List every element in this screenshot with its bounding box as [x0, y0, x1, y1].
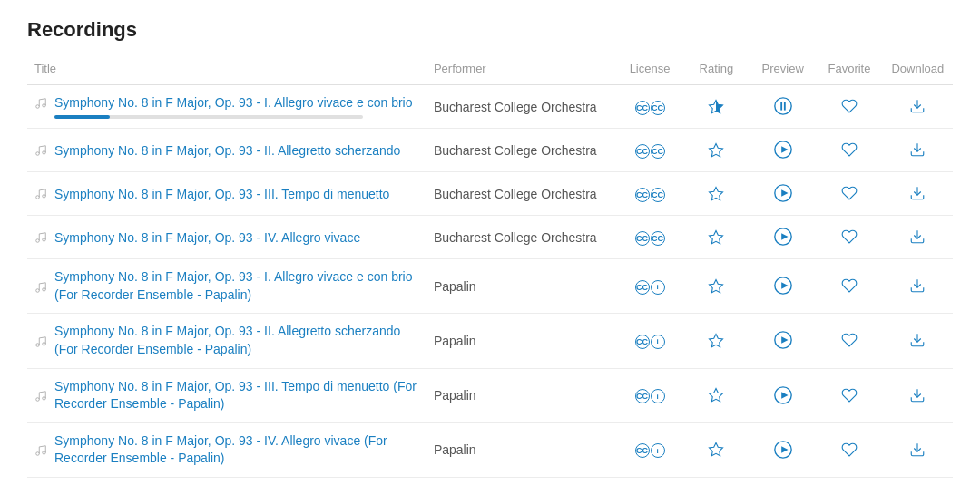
svg-marker-24	[781, 234, 788, 240]
download-column[interactable]	[883, 216, 953, 259]
favorite-button[interactable]	[839, 140, 859, 160]
title-text: Symphony No. 8 in F Major, Op. 93 - II. …	[54, 323, 419, 358]
performer-column: Papalin	[426, 259, 616, 314]
preview-column[interactable]	[750, 129, 816, 172]
favorite-button[interactable]	[839, 227, 859, 247]
play-button[interactable]	[771, 274, 795, 297]
rating-column[interactable]	[683, 368, 750, 422]
page-title: Recordings	[27, 18, 953, 42]
favorite-column[interactable]	[816, 85, 882, 129]
music-icon	[34, 95, 47, 110]
rating-column[interactable]	[683, 129, 750, 172]
svg-point-45	[43, 451, 46, 455]
cc-circle-1: CC	[635, 188, 650, 202]
preview-column[interactable]	[750, 259, 816, 314]
col-header-performer: Performer	[426, 56, 616, 85]
pause-button[interactable]	[771, 94, 795, 118]
download-column[interactable]	[883, 259, 953, 314]
title-cell: Symphony No. 8 in F Major, Op. 93 - III.…	[34, 186, 419, 202]
rating-column[interactable]	[683, 85, 750, 129]
favorite-column[interactable]	[816, 422, 882, 477]
play-icon	[773, 140, 793, 160]
favorite-button[interactable]	[839, 385, 859, 405]
favorite-button[interactable]	[839, 330, 859, 350]
title-column: Symphony No. 8 in F Major, Op. 93 - III.…	[27, 368, 426, 422]
svg-marker-10	[710, 143, 723, 156]
favorite-column[interactable]	[816, 129, 882, 172]
rating-column[interactable]	[683, 172, 750, 216]
download-column[interactable]	[883, 129, 953, 172]
svg-marker-34	[710, 335, 723, 347]
play-button[interactable]	[771, 328, 795, 352]
favorite-button[interactable]	[839, 183, 859, 203]
performer-column: Papalin	[426, 422, 616, 477]
cc-circle-1: CC	[635, 101, 650, 115]
download-button[interactable]	[907, 227, 927, 247]
music-note-icon	[34, 335, 47, 348]
music-note-icon	[34, 281, 47, 294]
download-column[interactable]	[883, 368, 953, 422]
preview-column[interactable]	[750, 216, 816, 259]
download-icon	[909, 442, 926, 458]
play-button[interactable]	[771, 383, 795, 407]
svg-point-0	[36, 105, 40, 109]
download-button[interactable]	[907, 276, 927, 296]
download-button[interactable]	[907, 330, 927, 350]
download-button[interactable]	[907, 385, 927, 405]
performer-column: Bucharest College Orchestra	[426, 129, 616, 172]
table-row: Symphony No. 8 in F Major, Op. 93 - IV. …	[27, 216, 953, 259]
license-cc-icon: CC CC	[635, 144, 665, 159]
favorite-column[interactable]	[816, 368, 882, 422]
preview-column[interactable]	[750, 368, 816, 422]
heart-icon	[841, 387, 858, 403]
play-button[interactable]	[771, 225, 795, 248]
rating-column[interactable]	[683, 216, 750, 259]
star-empty-icon	[708, 278, 724, 295]
svg-marker-40	[710, 389, 723, 402]
preview-column[interactable]	[750, 314, 816, 368]
download-column[interactable]	[883, 172, 953, 216]
play-icon	[773, 276, 793, 296]
rating-column[interactable]	[683, 314, 750, 368]
license-cc-info-icon: CC i	[635, 443, 665, 458]
cc-info-circle: i	[651, 443, 665, 458]
play-button[interactable]	[771, 438, 795, 461]
favorite-column[interactable]	[816, 216, 882, 259]
preview-column[interactable]	[750, 172, 816, 216]
preview-column[interactable]	[750, 85, 816, 129]
download-button[interactable]	[907, 140, 927, 160]
favorite-button[interactable]	[839, 276, 859, 296]
svg-point-38	[36, 398, 40, 402]
download-column[interactable]	[883, 314, 953, 368]
heart-icon	[841, 332, 858, 348]
favorite-column[interactable]	[816, 314, 882, 368]
cc-circle-1: CC	[635, 335, 650, 349]
download-icon	[909, 141, 926, 158]
svg-marker-18	[781, 190, 788, 197]
license-cc-icon: CC CC	[635, 231, 665, 246]
license-column: CC CC	[616, 172, 682, 216]
download-button[interactable]	[907, 440, 927, 460]
svg-point-33	[43, 342, 46, 345]
heart-icon	[841, 98, 858, 114]
play-button[interactable]	[771, 181, 795, 205]
performer-column: Papalin	[426, 368, 616, 422]
cc-circle-2: CC	[651, 188, 665, 202]
download-column[interactable]	[883, 85, 953, 129]
play-button[interactable]	[771, 138, 795, 161]
favorite-button[interactable]	[839, 96, 859, 116]
favorite-column[interactable]	[816, 172, 882, 216]
title-text: Symphony No. 8 in F Major, Op. 93 - IV. …	[54, 229, 360, 246]
rating-column[interactable]	[683, 259, 750, 314]
music-note-icon	[34, 188, 47, 200]
download-button[interactable]	[907, 183, 927, 203]
col-header-favorite: Favorite	[816, 56, 882, 85]
rating-column[interactable]	[683, 422, 750, 477]
favorite-column[interactable]	[816, 259, 882, 314]
favorite-button[interactable]	[839, 440, 859, 460]
svg-point-4	[774, 98, 790, 114]
download-column[interactable]	[883, 422, 953, 477]
download-button[interactable]	[907, 96, 927, 116]
license-column: CC CC	[616, 216, 682, 259]
preview-column[interactable]	[750, 422, 816, 477]
